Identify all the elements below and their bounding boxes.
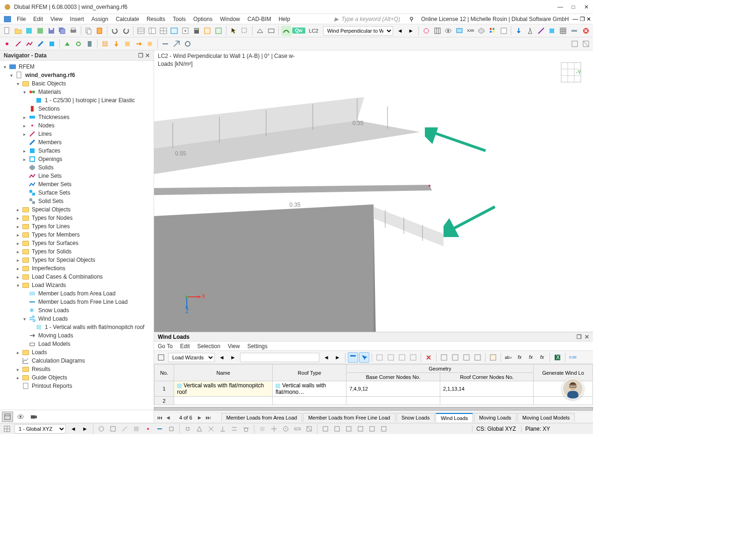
bp-tool2-icon[interactable] [450, 352, 460, 363]
sb-misc6-icon[interactable] [379, 424, 389, 434]
horizontal-scrollbar[interactable] [154, 407, 593, 411]
load-tool5-icon[interactable] [145, 39, 155, 49]
col-base[interactable]: Base Corner Nodes No. [346, 373, 440, 381]
sb-misc2-icon[interactable] [332, 424, 342, 434]
menu-icon[interactable] [2, 15, 13, 23]
tree-openings[interactable]: ▸Openings [0, 155, 154, 163]
tree-load-wizards[interactable]: ▾Load Wizards [0, 281, 154, 289]
sb-icon-5[interactable] [143, 424, 153, 434]
tree-types-lines[interactable]: ▸Types for Lines [0, 222, 154, 231]
tree-solid-sets[interactable]: Solid Sets [0, 197, 154, 205]
ext-tool2-icon[interactable] [581, 39, 591, 49]
delete-results-icon[interactable] [581, 26, 592, 36]
tree-root[interactable]: ▾RFEM [0, 63, 154, 71]
table-view2-icon[interactable] [147, 26, 157, 36]
tree-types-solids[interactable]: ▸Types for Solids [0, 247, 154, 256]
tree-types-members[interactable]: ▸Types for Members [0, 231, 154, 239]
tree-loads[interactable]: ▸Loads [0, 348, 154, 357]
node-tool-icon[interactable] [2, 39, 12, 49]
bp-filter-prev-icon[interactable]: ◄ [321, 352, 331, 363]
bp-edit1-icon[interactable] [374, 352, 385, 363]
tree-surface-sets[interactable]: Surface Sets [0, 189, 154, 197]
sb-osnap3-icon[interactable] [281, 424, 291, 434]
panel-pin-icon[interactable]: ❐ [138, 52, 143, 59]
table-row[interactable]: 2 [155, 397, 593, 405]
tree-surfaces[interactable]: ▸Surfaces [0, 147, 154, 155]
bp-next-cat-icon[interactable]: ► [228, 352, 238, 363]
ext-tool1-icon[interactable] [570, 39, 580, 49]
bp-nav-icon[interactable] [156, 352, 166, 363]
mod-tool1-icon[interactable] [160, 39, 170, 49]
menu-cad-bim[interactable]: CAD-BIM [244, 16, 275, 22]
support-tool-icon[interactable] [62, 39, 72, 49]
load-tool4-icon[interactable] [134, 39, 144, 49]
mdi-close-button[interactable]: ✕ [586, 16, 591, 22]
col-geometry[interactable]: Geometry [346, 364, 534, 373]
mdi-maximize-button[interactable]: ❐ [580, 16, 585, 22]
bp-menu-goto[interactable]: Go To [158, 343, 173, 350]
undo-icon[interactable] [110, 26, 120, 36]
copy-icon[interactable] [84, 26, 94, 36]
sb-icon-6[interactable] [155, 424, 165, 434]
sb-osnap1-icon[interactable] [257, 424, 268, 434]
tree-snow[interactable]: ❄Snow Loads [0, 306, 154, 315]
surfaces-view-icon[interactable] [547, 26, 557, 36]
more-options-icon[interactable] [569, 26, 579, 36]
tree-wind-1[interactable]: 1 - Vertical walls with flat/monopitch r… [0, 323, 154, 331]
line-tool-icon[interactable] [13, 39, 23, 49]
bp-edit4-icon[interactable] [408, 352, 418, 363]
tree-printout[interactable]: Printout Reports [0, 382, 154, 390]
bp-tool1-icon[interactable] [439, 352, 449, 363]
bp-tab-2[interactable]: Snow Loads [396, 413, 435, 422]
support-avatar[interactable] [562, 378, 584, 399]
bp-color-icon[interactable] [488, 352, 498, 363]
sb-osnap4-icon[interactable] [292, 424, 303, 434]
bp-select-row-icon[interactable] [348, 352, 358, 363]
xxx-icon[interactable]: X.XX [465, 26, 476, 36]
bp-nav-next-icon[interactable]: ► [196, 414, 204, 421]
bp-pin-icon[interactable]: ❐ [577, 334, 582, 340]
bp-nav-first-icon[interactable]: ⏮ [156, 414, 163, 421]
open-folder-icon[interactable] [13, 26, 23, 36]
col-roof[interactable]: Roof Type [273, 364, 346, 381]
print-icon[interactable] [68, 26, 78, 36]
polyline-tool-icon[interactable] [24, 39, 35, 49]
colors-icon[interactable] [487, 26, 498, 36]
tree-line-sets[interactable]: Line Sets [0, 172, 154, 180]
sb-icon-7[interactable] [166, 424, 176, 434]
menu-file[interactable]: File [13, 16, 29, 22]
bp-menu-settings[interactable]: Settings [247, 343, 268, 350]
sb-snap-mid-icon[interactable] [194, 424, 204, 434]
grid-icon[interactable] [432, 26, 443, 36]
bp-filter-next-icon[interactable]: ► [332, 352, 343, 363]
table-view3-icon[interactable] [158, 26, 169, 36]
hinge-tool-icon[interactable] [73, 39, 84, 49]
bp-tab-1[interactable]: Member Loads from Free Line Load [303, 413, 395, 422]
menu-insert[interactable]: Insert [66, 16, 88, 22]
bp-ab-icon[interactable]: ab= [503, 352, 514, 363]
menu-edit[interactable]: Edit [29, 16, 47, 22]
bp-tab-3[interactable]: Wind Loads [436, 413, 473, 422]
bp-edit2-icon[interactable] [386, 352, 396, 363]
save-icon[interactable] [46, 26, 56, 36]
lc-next-icon[interactable]: ► [406, 26, 416, 36]
tree-solids[interactable]: Solids [0, 163, 154, 172]
col-roofn[interactable]: Roof Corner Nodes No. [440, 373, 533, 381]
search-icon[interactable]: ⚲ [409, 16, 414, 22]
sb-grid-icon[interactable] [2, 424, 12, 434]
mdi-minimize-button[interactable]: — [572, 16, 578, 22]
script-icon[interactable] [213, 26, 224, 36]
bp-menu-selection[interactable]: Selection [197, 343, 220, 350]
bp-fx1-icon[interactable]: fx [514, 352, 525, 363]
tree-lc-combos[interactable]: ▸Load Cases & Combinations [0, 273, 154, 281]
members-icon[interactable] [536, 26, 546, 36]
new-file-icon[interactable] [2, 26, 12, 36]
sb-cs-prev-icon[interactable]: ◄ [68, 424, 78, 434]
bp-tab-4[interactable]: Moving Loads [474, 413, 516, 422]
tree-guide[interactable]: ▸Guide Objects [0, 373, 154, 382]
tree-materials[interactable]: ▾Materials [0, 88, 154, 96]
sb-snap-par-icon[interactable] [229, 424, 240, 434]
table-row[interactable]: 1 Vertical walls with flat/monopitch roo… [155, 381, 593, 397]
menu-results[interactable]: Results [143, 16, 169, 22]
table-view4-icon[interactable] [169, 26, 179, 36]
